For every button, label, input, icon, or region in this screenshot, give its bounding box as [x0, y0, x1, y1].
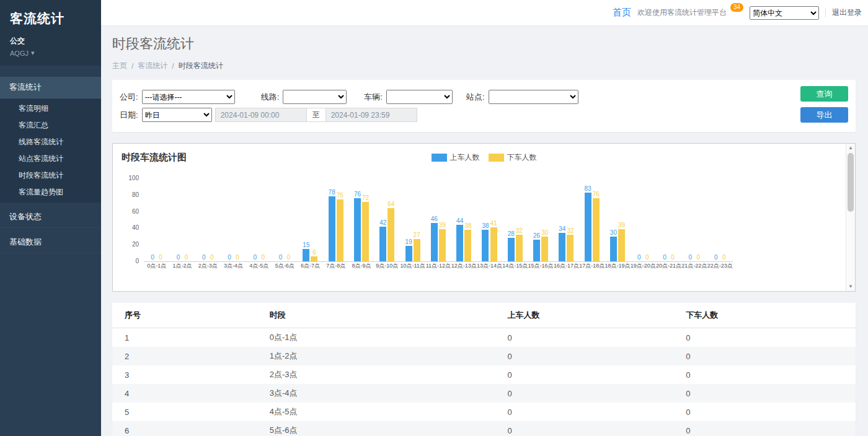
- table-cell: 0: [673, 365, 856, 384]
- sidebar-item-trend-chart[interactable]: 客流量趋势图: [0, 184, 101, 201]
- bar-value-label: 83: [585, 185, 591, 193]
- station-select[interactable]: [489, 90, 578, 104]
- x-tick-label: 16点-17点: [554, 261, 579, 271]
- bar-group: 76728点-9点: [348, 170, 374, 271]
- org-name: 公交: [10, 36, 91, 46]
- bar-chart: 020406080100 000点-1点001点-2点002点-3点003点-4…: [122, 170, 836, 271]
- page-title: 时段客流统计: [112, 35, 856, 53]
- filter-row-selects: 公司: ---请选择--- 线路: 车辆: 站点:: [120, 90, 848, 104]
- station-label: 站点:: [466, 92, 485, 103]
- bar-group: 004点-5点: [246, 170, 272, 271]
- x-tick-label: 21点-22点: [681, 261, 707, 271]
- table-cell: 0: [495, 347, 673, 365]
- bar: [431, 223, 438, 261]
- org-selector[interactable]: AQGJ ▾: [10, 49, 91, 57]
- bar-value-label: 26: [533, 232, 540, 240]
- table-header-cell: 下车人数: [673, 303, 856, 328]
- legend-item[interactable]: 下车人数: [489, 152, 537, 163]
- company-select[interactable]: ---请选择---: [142, 90, 235, 104]
- bar: [593, 198, 600, 261]
- scrollbar-thumb[interactable]: [848, 153, 854, 212]
- legend-swatch: [489, 154, 504, 162]
- date-end-input[interactable]: [326, 108, 417, 122]
- sidebar-item-station-stats[interactable]: 站点客流统计: [0, 150, 101, 167]
- x-tick-label: 3点-4点: [224, 261, 243, 271]
- page-header: 时段客流统计 主页 / 客流统计 / 时段客流统计: [101, 26, 868, 80]
- language-select[interactable]: 简体中文: [750, 6, 819, 20]
- sidebar-menu: 客流统计 客流明细 客流汇总 线路客流统计 站点客流统计 时段客流统计 客流量趋…: [0, 77, 101, 253]
- y-tick-label: 100: [128, 175, 139, 182]
- x-tick-label: 14点-15点: [502, 261, 528, 271]
- vehicle-select[interactable]: [386, 90, 453, 104]
- table-row: 43点-4点00: [112, 384, 856, 403]
- sidebar-item-passenger-detail[interactable]: 客流明细: [0, 100, 101, 117]
- topbar-divider: [825, 9, 826, 17]
- x-tick-label: 7点-8点: [326, 261, 345, 271]
- bar-group: 001点-2点: [169, 170, 195, 271]
- x-tick-label: 22点-23点: [707, 261, 733, 271]
- bar-value-label: 15: [303, 241, 309, 249]
- x-tick-label: 17点-18点: [579, 261, 604, 271]
- sidebar-item-period-stats[interactable]: 时段客流统计: [0, 167, 101, 184]
- bar: [362, 202, 369, 261]
- bar-group: 000点-1点: [144, 170, 169, 271]
- legend-item[interactable]: 上车人数: [432, 152, 480, 163]
- table-cell: 0: [495, 421, 673, 436]
- legend-swatch: [432, 154, 447, 162]
- breadcrumb-passenger-stats[interactable]: 客流统计: [138, 61, 167, 71]
- x-tick-label: 6点-7点: [301, 261, 320, 271]
- welcome-text: 欢迎使用客流统计管理平台: [637, 7, 727, 18]
- table-cell: 3: [112, 365, 257, 384]
- data-table-panel: 序号时段上车人数下车人数 10点-1点0021点-2点0032点-3点0043点…: [112, 303, 856, 436]
- bar-value-label: 38: [464, 222, 471, 230]
- sidebar: 客流统计 公交 AQGJ ▾ 客流统计 客流明细 客流汇总 线路客流统计 站点客…: [0, 0, 101, 436]
- home-link[interactable]: 首页: [613, 7, 631, 19]
- logout-link[interactable]: 退出登录: [832, 7, 862, 18]
- x-tick-label: 0点-1点: [147, 261, 166, 271]
- table-cell: 0: [495, 365, 673, 384]
- table-cell: 4点-5点: [257, 403, 495, 421]
- query-button[interactable]: 查询: [800, 86, 848, 102]
- bar-value-label: 30: [610, 229, 617, 237]
- y-tick-label: 60: [132, 208, 139, 216]
- bar-value-label: 76: [354, 190, 361, 198]
- breadcrumb-home[interactable]: 主页: [112, 61, 127, 71]
- bar-group: 443812点-13点: [451, 170, 477, 271]
- bar-group: 384113点-14点: [477, 170, 502, 271]
- scroll-up-icon[interactable]: ▲: [846, 144, 855, 152]
- bar-value-label: 38: [482, 222, 489, 230]
- notification-badge[interactable]: 34: [730, 3, 743, 12]
- bar-value-label: 0: [671, 253, 675, 261]
- bar-group: 192710点-11点: [400, 170, 425, 271]
- bar: [482, 230, 489, 261]
- bar: [456, 225, 463, 261]
- date-start-input[interactable]: [215, 108, 307, 122]
- bar-value-label: 0: [697, 253, 701, 261]
- x-tick-label: 2点-3点: [198, 261, 218, 271]
- chart-scrollbar[interactable]: ▲ ▼: [846, 144, 855, 291]
- sidebar-item-base-data[interactable]: 基础数据: [0, 232, 101, 253]
- filter-row-date: 日期: 昨日 至: [120, 108, 848, 122]
- y-tick-label: 40: [132, 224, 139, 232]
- bar-value-label: 0: [254, 253, 257, 261]
- scroll-down-icon[interactable]: ▼: [846, 282, 855, 291]
- bar-group: 463911点-12点: [425, 170, 451, 271]
- sidebar-item-passenger-stats[interactable]: 客流统计: [0, 77, 101, 98]
- table-cell: 0: [673, 384, 856, 403]
- bar-group: 0020点-21点: [656, 170, 681, 271]
- sidebar-item-device-status[interactable]: 设备状态: [0, 206, 101, 228]
- bar-value-label: 76: [593, 190, 600, 198]
- sidebar-item-line-stats[interactable]: 线路客流统计: [0, 134, 101, 150]
- bar: [533, 240, 540, 261]
- date-preset-select[interactable]: 昨日: [142, 108, 212, 122]
- table-cell: 6: [112, 421, 257, 436]
- sidebar-item-passenger-summary[interactable]: 客流汇总: [0, 117, 101, 134]
- export-button[interactable]: 导出: [800, 107, 848, 123]
- bar-value-label: 0: [645, 253, 649, 261]
- table-row: 54点-5点00: [112, 403, 856, 421]
- bar: [490, 227, 497, 261]
- bar-value-label: 64: [388, 200, 394, 208]
- bar-value-label: 0: [262, 253, 265, 261]
- bar-value-label: 0: [185, 253, 188, 261]
- line-select[interactable]: [283, 90, 347, 104]
